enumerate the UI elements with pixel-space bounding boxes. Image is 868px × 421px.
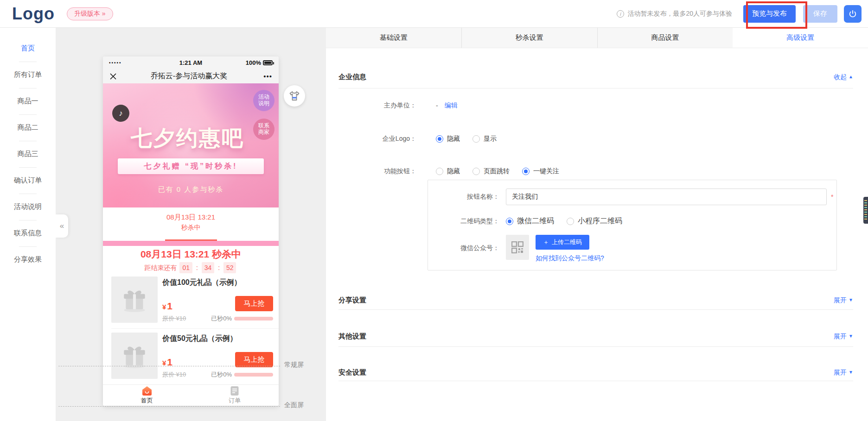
security-section-title: 安全设置 bbox=[338, 368, 366, 377]
buy-now-button[interactable]: 马上抢 bbox=[235, 352, 273, 367]
sidebar-item-product-2[interactable]: 商品二 bbox=[0, 114, 56, 141]
nav-item-orders[interactable]: 订单 bbox=[191, 385, 279, 406]
topbar-actions: i 活动暂未发布，最多20人可参与体验 预览与发布 保存 bbox=[617, 5, 864, 23]
toggle-label: 收起 bbox=[834, 72, 847, 82]
other-expand-toggle[interactable]: 展开 ▼ bbox=[834, 332, 853, 341]
tab-seckill-settings[interactable]: 秒杀设置 bbox=[462, 28, 598, 48]
qr-option-wechat[interactable]: 微信二维码 bbox=[506, 216, 554, 226]
qr-code-icon bbox=[511, 241, 523, 253]
battery-icon bbox=[263, 60, 273, 65]
function-button-row: 功能按钮： 隐藏 页面跳转 一键关注 bbox=[338, 166, 853, 177]
settings-panel: 基础设置 秒杀设置 商品设置 高级设置 企业信息 收起 ▲ 主办单位： - 编辑 bbox=[326, 28, 868, 421]
music-toggle-button[interactable]: ♪ bbox=[112, 105, 129, 122]
buy-block: 马上抢 已秒0% bbox=[211, 296, 273, 323]
button-name-row: 按钮名称： * bbox=[428, 189, 836, 205]
settings-content: 企业信息 收起 ▲ 主办单位： - 编辑 企业Logo： bbox=[326, 48, 868, 421]
save-button[interactable]: 保存 bbox=[803, 5, 837, 23]
seckill-headline: 08月13日 13:21 秒杀中 bbox=[103, 248, 279, 260]
tab-product-settings[interactable]: 商品设置 bbox=[598, 28, 733, 48]
product-row: 价值50元礼品（示例） ¥1 原价 ¥10 马上抢 已秒0% bbox=[103, 329, 279, 384]
schedule-date: 08月13日 13:21 bbox=[103, 213, 279, 222]
phone-preview: ••••• 1:21 AM 100% 乔拓云-参与活动赢大奖 ••• ♪ bbox=[103, 57, 279, 406]
phone-title-bar: 乔拓云-参与活动赢大奖 ••• bbox=[103, 69, 279, 83]
func-option-page-jump[interactable]: 页面跳转 bbox=[472, 167, 510, 176]
product-title: 价值100元礼品（示例） bbox=[162, 278, 273, 288]
organizer-edit-link[interactable]: 编辑 bbox=[445, 101, 458, 110]
security-expand-toggle[interactable]: 展开 ▼ bbox=[834, 368, 853, 377]
enterprise-section-title: 企业信息 bbox=[338, 72, 366, 82]
regular-screen-label: 常规屏 bbox=[284, 361, 304, 368]
sidebar-item-home[interactable]: 首页 bbox=[0, 35, 56, 62]
organizer-row: 主办单位： - 编辑 bbox=[338, 100, 853, 111]
home-icon bbox=[141, 386, 153, 396]
enterprise-collapse-toggle[interactable]: 收起 ▲ bbox=[834, 72, 853, 82]
button-name-input[interactable] bbox=[506, 189, 827, 205]
chevron-up-icon: ▲ bbox=[849, 72, 853, 82]
price-block: ¥1 原价 ¥10 bbox=[162, 357, 186, 379]
info-icon: i bbox=[617, 10, 624, 18]
qr-type-label: 二维码类型： bbox=[428, 217, 499, 226]
sidebar-item-all-orders[interactable]: 所有订单 bbox=[0, 62, 56, 88]
sidebar-item-confirm-order[interactable]: 确认订单 bbox=[0, 167, 56, 194]
sidebar-item-contact-info[interactable]: 联系信息 bbox=[0, 220, 56, 246]
section-divider bbox=[338, 381, 853, 381]
schedule-tab[interactable]: 08月13日 13:21 秒杀中 bbox=[103, 207, 279, 241]
sidebar-item-activity-desc[interactable]: 活动说明 bbox=[0, 194, 56, 220]
upload-label: 上传二维码 bbox=[552, 238, 582, 246]
follow-settings-panel: 按钮名称： * 二维码类型： 微信二维码 bbox=[428, 180, 837, 270]
full-screen-label: 全面屏 bbox=[284, 402, 304, 408]
logo-option-hide[interactable]: 隐藏 bbox=[436, 135, 460, 143]
side-dock-widget[interactable] bbox=[863, 197, 868, 224]
publish-notice-text: 活动暂未发布，最多20人可参与体验 bbox=[627, 10, 732, 18]
sidebar-item-product-1[interactable]: 商品一 bbox=[0, 88, 56, 114]
radio-label: 隐藏 bbox=[447, 135, 460, 143]
func-option-hide[interactable]: 隐藏 bbox=[436, 167, 460, 176]
price-value: 1 bbox=[167, 301, 172, 311]
section-divider bbox=[338, 346, 853, 347]
share-section-title: 分享设置 bbox=[338, 295, 366, 305]
radio-label: 显示 bbox=[484, 135, 497, 143]
power-button[interactable] bbox=[844, 5, 862, 23]
sidebar-collapse-handle[interactable]: « bbox=[56, 214, 68, 238]
close-icon[interactable] bbox=[109, 73, 118, 80]
other-section-title: 其他设置 bbox=[338, 332, 366, 341]
buy-now-button[interactable]: 马上抢 bbox=[235, 296, 273, 311]
preview-publish-button[interactable]: 预览与发布 bbox=[743, 5, 796, 23]
countdown: 距结束还有 01 : 34 : 52 bbox=[103, 262, 279, 273]
power-icon bbox=[848, 9, 857, 19]
logo-option-show[interactable]: 显示 bbox=[472, 135, 497, 143]
upgrade-version-badge[interactable]: 升级版本 » bbox=[67, 7, 113, 20]
product-title: 价值50元礼品（示例） bbox=[162, 334, 273, 344]
qr-option-miniprogram[interactable]: 小程序二维码 bbox=[567, 216, 622, 226]
function-button-label: 功能按钮： bbox=[338, 167, 416, 176]
product-image-placeholder bbox=[111, 276, 158, 323]
settings-tabs: 基础设置 秒杀设置 商品设置 高级设置 bbox=[326, 28, 868, 48]
upload-qr-button[interactable]: ＋ 上传二维码 bbox=[536, 235, 589, 250]
sold-progress-bar bbox=[234, 317, 273, 320]
qr-help-link[interactable]: 如何找到公众号二维码? bbox=[536, 254, 604, 263]
func-option-one-key-follow[interactable]: 一键关注 bbox=[522, 167, 559, 176]
wechat-account-row: 微信公众号： bbox=[428, 235, 836, 263]
activity-desc-badge[interactable]: 活动 说明 bbox=[253, 90, 274, 111]
page-title: 乔拓云-参与活动赢大奖 bbox=[118, 71, 260, 81]
countdown-seconds: 52 bbox=[223, 262, 236, 273]
preview-area: « ••••• 1:21 AM 100% bbox=[56, 28, 326, 421]
product-row: 价值100元礼品（示例） ¥1 原价 ¥10 马上抢 已秒0% bbox=[103, 273, 279, 328]
banner-headline: 七夕约惠吧 bbox=[103, 124, 272, 153]
radio-unchecked-icon bbox=[436, 168, 443, 175]
tab-advanced-settings[interactable]: 高级设置 bbox=[733, 28, 868, 48]
theme-skin-button[interactable] bbox=[284, 85, 305, 107]
countdown-separator: : bbox=[196, 264, 198, 271]
countdown-minutes: 34 bbox=[202, 262, 215, 273]
qr-placeholder bbox=[506, 235, 529, 260]
active-tab-underline bbox=[165, 239, 217, 241]
share-expand-toggle[interactable]: 展开 ▼ bbox=[834, 295, 853, 305]
badge-line: 说明 bbox=[258, 101, 269, 107]
more-icon[interactable]: ••• bbox=[260, 72, 272, 80]
nav-item-home[interactable]: 首页 bbox=[103, 385, 191, 406]
sidebar-item-product-3[interactable]: 商品三 bbox=[0, 141, 56, 167]
tab-basic-settings[interactable]: 基础设置 bbox=[326, 28, 462, 48]
countdown-separator: : bbox=[218, 264, 220, 271]
sidebar-item-share-effect[interactable]: 分享效果 bbox=[0, 246, 56, 273]
section-divider bbox=[338, 309, 853, 310]
